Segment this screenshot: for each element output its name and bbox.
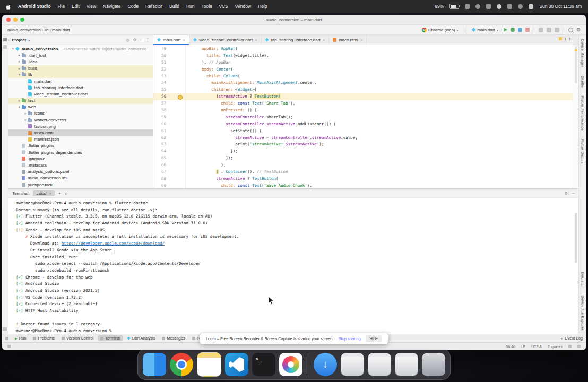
code-line[interactable]: 49 appBar: AppBar( bbox=[153, 46, 578, 53]
next-issue-icon[interactable]: ▼ bbox=[568, 39, 571, 41]
bottom-tab-run[interactable]: ▶Run bbox=[12, 335, 29, 341]
intention-bulb-icon[interactable] bbox=[178, 95, 183, 100]
bottom-tab-dart-analysis[interactable]: Dart Analysis bbox=[125, 335, 158, 341]
tree-row-metadata[interactable]: .metadata bbox=[8, 162, 153, 168]
tree-row-idea[interactable]: ▸.idea bbox=[8, 58, 153, 65]
menu-file[interactable]: File bbox=[57, 4, 65, 9]
tool-windows-toggle-icon[interactable] bbox=[5, 337, 8, 340]
tree-row-test[interactable]: ▸test bbox=[8, 98, 153, 104]
code-line[interactable]: 60 streamController.streamActive.addList… bbox=[153, 121, 578, 128]
bookmarks-tool-icon[interactable] bbox=[3, 45, 7, 49]
menu-navigate[interactable]: Navigate bbox=[103, 4, 121, 9]
tree-row-manifest-json[interactable]: manifest.json bbox=[8, 136, 153, 143]
close-tab-icon[interactable]: × bbox=[255, 38, 257, 42]
tree-chevron-icon[interactable]: ▸ bbox=[17, 53, 22, 57]
tree-chevron-icon[interactable]: ▾ bbox=[17, 105, 22, 109]
code-line[interactable]: 50 title: Text(widget.title), bbox=[153, 53, 578, 59]
status-item-2-spaces[interactable]: 2 spaces bbox=[548, 345, 563, 349]
code-line[interactable]: 68 streamActive ? TextButton( bbox=[153, 176, 578, 183]
tree-row-worker-converter[interactable]: ▸worker-converter bbox=[8, 117, 153, 123]
editor-tab-tab-sharing-interface-dart[interactable]: tab_sharing_interface.dart× bbox=[262, 35, 330, 45]
menu-vcs[interactable]: VCS bbox=[219, 4, 228, 9]
code-line[interactable]: 66 }, bbox=[153, 162, 578, 169]
build-tool-icon[interactable] bbox=[3, 327, 7, 331]
control-center-icon[interactable] bbox=[529, 4, 533, 9]
code-line[interactable]: 53 child: Column( bbox=[153, 73, 578, 80]
screen-record-icon[interactable] bbox=[507, 4, 512, 9]
downloads-dock-icon[interactable]: ↓ bbox=[314, 353, 337, 376]
hide-button[interactable]: Hide bbox=[366, 335, 382, 342]
xcode-download-link[interactable]: https://developer.apple.com/xcode/downlo… bbox=[62, 241, 165, 246]
close-tab-icon[interactable]: × bbox=[360, 38, 363, 42]
tree-row-analysis-options-yaml[interactable]: analysis_options.yaml bbox=[8, 169, 153, 175]
target-device-selector[interactable]: Chrome (web) ▾ bbox=[420, 27, 461, 33]
terminal-output[interactable]: mweiner@MacBook-Pro-4 audio_conversion %… bbox=[8, 198, 578, 334]
search-everywhere-icon[interactable] bbox=[568, 28, 573, 32]
tree-row-flutter-plugins[interactable]: .flutter-plugins bbox=[8, 143, 153, 149]
tree-row-index-html[interactable]: index.html bbox=[8, 129, 153, 136]
chrome-dock-icon[interactable] bbox=[170, 353, 193, 376]
menu-refactor[interactable]: Refactor bbox=[145, 4, 162, 9]
project-settings-gear-icon[interactable]: ⚙ bbox=[133, 38, 136, 42]
tree-row-pubspec-lock[interactable]: pubspec.lock bbox=[8, 181, 153, 188]
tree-chevron-icon[interactable]: ▸ bbox=[23, 118, 28, 122]
menu-edit[interactable]: Edit bbox=[72, 4, 80, 9]
wifi-icon[interactable] bbox=[497, 4, 501, 9]
minimized-window-icon[interactable] bbox=[395, 353, 418, 376]
code-line[interactable]: 67 ) : Container(), // TextButton bbox=[153, 169, 578, 176]
status-item-utf-8[interactable]: UTF-8 bbox=[531, 345, 542, 349]
tree-row-dart-tool[interactable]: ▸.dart_tool bbox=[8, 52, 153, 58]
bottom-tab-messages[interactable]: Messages bbox=[159, 335, 187, 341]
terminal-scrollbar[interactable] bbox=[575, 213, 577, 263]
hot-restart-button[interactable] bbox=[547, 28, 551, 32]
menu-window[interactable]: Window bbox=[235, 4, 251, 9]
right-tab-flutter-performance[interactable]: Flutter Performance bbox=[581, 96, 584, 131]
select-opened-file-icon[interactable]: ◎ bbox=[126, 38, 129, 42]
right-tab-device-file-explorer[interactable]: Device File Explorer bbox=[581, 296, 584, 331]
terminal-sessions-dropdown-icon[interactable]: ∨ bbox=[65, 192, 67, 195]
code-line[interactable]: 64 }); bbox=[153, 148, 578, 155]
status-item-56-40[interactable]: 56:40 bbox=[506, 345, 515, 349]
tree-row-gitignore[interactable]: .gitignore bbox=[8, 155, 153, 162]
menubar-app-name[interactable]: Android Studio bbox=[18, 4, 50, 9]
code-line[interactable]: 69 child: const Text('Save Audio Chunk')… bbox=[153, 183, 578, 188]
close-terminal-tab-icon[interactable]: × bbox=[49, 191, 52, 196]
more-options-icon[interactable]: ⋮ bbox=[145, 38, 150, 42]
tree-chevron-icon[interactable]: ▾ bbox=[17, 73, 22, 77]
close-tab-icon[interactable]: × bbox=[183, 38, 185, 42]
menu-tools[interactable]: Tools bbox=[202, 4, 212, 9]
menu-view[interactable]: View bbox=[87, 4, 96, 9]
close-tab-icon[interactable]: × bbox=[323, 38, 325, 42]
code-line[interactable]: 62 streamActive = streamController.strea… bbox=[153, 135, 578, 142]
stop-sharing-button[interactable]: Stop sharing bbox=[338, 336, 360, 341]
run-button[interactable] bbox=[504, 28, 507, 32]
notifications-icon[interactable] bbox=[577, 345, 581, 348]
menu-help[interactable]: Help bbox=[258, 4, 267, 9]
right-tab-emulator[interactable]: Emulator bbox=[581, 272, 584, 287]
run-config-selector[interactable]: main.dart ▾ bbox=[470, 27, 500, 33]
hot-reload-button[interactable] bbox=[539, 28, 543, 32]
window-titlebar[interactable]: audio_conversion – main.dart bbox=[2, 15, 586, 25]
menu-run[interactable]: Run bbox=[186, 4, 195, 9]
tree-row-build[interactable]: ▸build bbox=[8, 65, 153, 72]
tree-chevron-icon[interactable]: ▾ bbox=[11, 47, 15, 51]
bottom-tab-terminal[interactable]: Terminal bbox=[98, 335, 123, 341]
right-tab-device-manager[interactable]: Device Manager bbox=[581, 39, 584, 67]
terminal-tab-local[interactable]: Local × bbox=[33, 190, 55, 196]
bottom-tab-problems[interactable]: Problems bbox=[30, 335, 57, 341]
volume-icon[interactable] bbox=[486, 4, 491, 9]
spotlight-icon[interactable] bbox=[518, 4, 523, 9]
notes-dock-icon[interactable] bbox=[197, 352, 221, 377]
tree-chevron-icon[interactable]: ▸ bbox=[23, 111, 28, 116]
tree-chevron-icon[interactable]: ▸ bbox=[17, 66, 22, 71]
code-line[interactable]: 54 mainAxisAlignment: MainAxisAlignment.… bbox=[153, 80, 578, 86]
finder-dock-icon[interactable] bbox=[143, 353, 166, 376]
code-line[interactable]: 63 print('streamActive: $streamActive'); bbox=[153, 141, 578, 148]
code-line[interactable]: 61 setState(() { bbox=[153, 128, 578, 135]
tree-row-favicon-png[interactable]: favicon.png bbox=[8, 123, 153, 129]
bluetooth-icon[interactable] bbox=[475, 4, 480, 9]
vscode-dock-icon[interactable] bbox=[225, 353, 248, 376]
apple-menu-icon[interactable] bbox=[6, 4, 11, 10]
editor-scrollbar[interactable] bbox=[573, 45, 578, 188]
readonly-lock-icon[interactable] bbox=[568, 345, 572, 348]
